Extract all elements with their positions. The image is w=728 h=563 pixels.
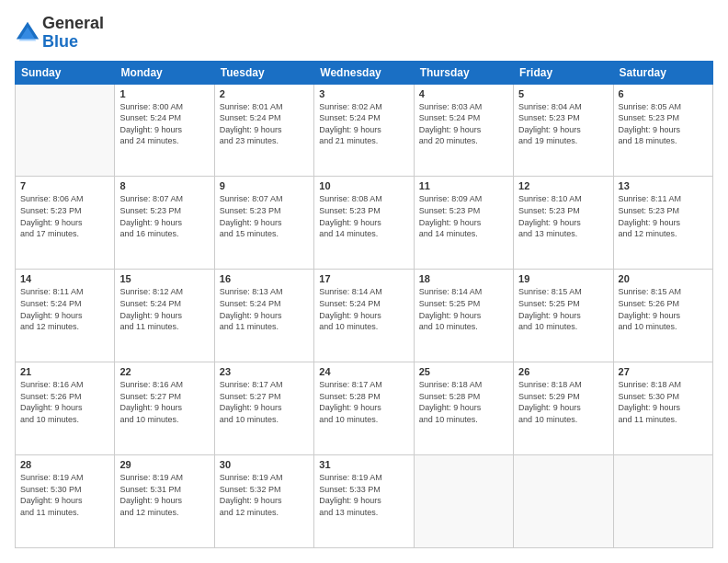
day-info: Sunrise: 8:04 AM Sunset: 5:23 PM Dayligh… <box>518 101 608 147</box>
day-cell: 8Sunrise: 8:07 AM Sunset: 5:23 PM Daylig… <box>115 177 214 270</box>
day-cell: 24Sunrise: 8:17 AM Sunset: 5:28 PM Dayli… <box>314 362 414 455</box>
weekday-header-row: SundayMondayTuesdayWednesdayThursdayFrid… <box>16 61 713 84</box>
day-number: 28 <box>20 459 109 470</box>
weekday-header-thursday: Thursday <box>414 61 513 84</box>
day-info: Sunrise: 8:17 AM Sunset: 5:28 PM Dayligh… <box>319 379 408 425</box>
day-info: Sunrise: 8:19 AM Sunset: 5:33 PM Dayligh… <box>319 472 408 518</box>
day-info: Sunrise: 8:15 AM Sunset: 5:26 PM Dayligh… <box>619 286 708 332</box>
day-info: Sunrise: 8:14 AM Sunset: 5:25 PM Dayligh… <box>419 286 508 332</box>
day-info: Sunrise: 8:13 AM Sunset: 5:24 PM Dayligh… <box>220 286 309 332</box>
day-cell: 2Sunrise: 8:01 AM Sunset: 5:24 PM Daylig… <box>214 84 313 177</box>
week-row-5: 28Sunrise: 8:19 AM Sunset: 5:30 PM Dayli… <box>16 455 713 548</box>
day-cell: 4Sunrise: 8:03 AM Sunset: 5:24 PM Daylig… <box>414 84 513 177</box>
day-number: 18 <box>419 273 508 284</box>
day-number: 11 <box>419 180 508 191</box>
day-number: 22 <box>119 366 209 377</box>
week-row-2: 7Sunrise: 8:06 AM Sunset: 5:23 PM Daylig… <box>16 177 713 270</box>
day-number: 29 <box>119 459 209 470</box>
logo-icon <box>15 20 40 46</box>
day-info: Sunrise: 8:06 AM Sunset: 5:23 PM Dayligh… <box>20 193 109 239</box>
logo: General Blue <box>15 15 104 52</box>
day-number: 6 <box>619 88 708 99</box>
day-number: 14 <box>20 273 109 284</box>
day-number: 4 <box>419 88 508 99</box>
day-number: 13 <box>619 180 708 191</box>
day-cell: 22Sunrise: 8:16 AM Sunset: 5:27 PM Dayli… <box>115 362 214 455</box>
day-cell: 19Sunrise: 8:15 AM Sunset: 5:25 PM Dayli… <box>514 270 613 362</box>
day-cell: 14Sunrise: 8:11 AM Sunset: 5:24 PM Dayli… <box>16 270 115 362</box>
day-cell: 21Sunrise: 8:16 AM Sunset: 5:26 PM Dayli… <box>16 362 115 455</box>
day-info: Sunrise: 8:14 AM Sunset: 5:24 PM Dayligh… <box>319 286 408 332</box>
day-number: 20 <box>619 273 708 284</box>
day-number: 15 <box>119 273 209 284</box>
day-cell: 7Sunrise: 8:06 AM Sunset: 5:23 PM Daylig… <box>16 177 115 270</box>
day-number: 27 <box>619 366 708 377</box>
day-info: Sunrise: 8:12 AM Sunset: 5:24 PM Dayligh… <box>119 286 209 332</box>
day-cell: 17Sunrise: 8:14 AM Sunset: 5:24 PM Dayli… <box>314 270 414 362</box>
day-cell <box>16 84 115 177</box>
weekday-header-friday: Friday <box>514 61 613 84</box>
day-cell <box>414 455 513 548</box>
weekday-header-monday: Monday <box>115 61 214 84</box>
day-cell: 3Sunrise: 8:02 AM Sunset: 5:24 PM Daylig… <box>314 84 414 177</box>
day-number: 3 <box>319 88 408 99</box>
day-cell: 23Sunrise: 8:17 AM Sunset: 5:27 PM Dayli… <box>214 362 313 455</box>
week-row-3: 14Sunrise: 8:11 AM Sunset: 5:24 PM Dayli… <box>16 270 713 362</box>
day-number: 12 <box>518 180 608 191</box>
day-number: 5 <box>518 88 608 99</box>
day-info: Sunrise: 8:00 AM Sunset: 5:24 PM Dayligh… <box>119 101 209 147</box>
day-info: Sunrise: 8:03 AM Sunset: 5:24 PM Dayligh… <box>419 101 508 147</box>
day-number: 10 <box>319 180 408 191</box>
day-info: Sunrise: 8:18 AM Sunset: 5:28 PM Dayligh… <box>419 379 508 425</box>
day-cell: 6Sunrise: 8:05 AM Sunset: 5:23 PM Daylig… <box>613 84 712 177</box>
day-info: Sunrise: 8:09 AM Sunset: 5:23 PM Dayligh… <box>419 193 508 239</box>
week-row-4: 21Sunrise: 8:16 AM Sunset: 5:26 PM Dayli… <box>16 362 713 455</box>
day-info: Sunrise: 8:05 AM Sunset: 5:23 PM Dayligh… <box>619 101 708 147</box>
week-row-1: 1Sunrise: 8:00 AM Sunset: 5:24 PM Daylig… <box>16 84 713 177</box>
day-cell: 20Sunrise: 8:15 AM Sunset: 5:26 PM Dayli… <box>613 270 712 362</box>
day-cell: 12Sunrise: 8:10 AM Sunset: 5:23 PM Dayli… <box>514 177 613 270</box>
day-number: 19 <box>518 273 608 284</box>
day-info: Sunrise: 8:18 AM Sunset: 5:30 PM Dayligh… <box>619 379 708 425</box>
day-info: Sunrise: 8:11 AM Sunset: 5:24 PM Dayligh… <box>20 286 109 332</box>
day-number: 21 <box>20 366 109 377</box>
day-cell: 25Sunrise: 8:18 AM Sunset: 5:28 PM Dayli… <box>414 362 513 455</box>
day-number: 2 <box>220 88 309 99</box>
weekday-header-sunday: Sunday <box>16 61 115 84</box>
day-cell: 28Sunrise: 8:19 AM Sunset: 5:30 PM Dayli… <box>16 455 115 548</box>
day-cell: 9Sunrise: 8:07 AM Sunset: 5:23 PM Daylig… <box>214 177 313 270</box>
day-info: Sunrise: 8:10 AM Sunset: 5:23 PM Dayligh… <box>518 193 608 239</box>
day-number: 31 <box>319 459 408 470</box>
day-info: Sunrise: 8:17 AM Sunset: 5:27 PM Dayligh… <box>220 379 309 425</box>
logo-text: General Blue <box>42 15 104 52</box>
day-info: Sunrise: 8:02 AM Sunset: 5:24 PM Dayligh… <box>319 101 408 147</box>
day-cell: 16Sunrise: 8:13 AM Sunset: 5:24 PM Dayli… <box>214 270 313 362</box>
page: General Blue SundayMondayTuesdayWednesda… <box>0 0 728 563</box>
day-number: 16 <box>220 273 309 284</box>
day-info: Sunrise: 8:01 AM Sunset: 5:24 PM Dayligh… <box>220 101 309 147</box>
day-cell: 18Sunrise: 8:14 AM Sunset: 5:25 PM Dayli… <box>414 270 513 362</box>
day-info: Sunrise: 8:19 AM Sunset: 5:32 PM Dayligh… <box>220 472 309 518</box>
day-info: Sunrise: 8:11 AM Sunset: 5:23 PM Dayligh… <box>619 193 708 239</box>
day-info: Sunrise: 8:16 AM Sunset: 5:27 PM Dayligh… <box>119 379 209 425</box>
weekday-header-saturday: Saturday <box>613 61 712 84</box>
day-number: 23 <box>220 366 309 377</box>
day-info: Sunrise: 8:19 AM Sunset: 5:30 PM Dayligh… <box>20 472 109 518</box>
day-cell <box>514 455 613 548</box>
day-number: 17 <box>319 273 408 284</box>
day-cell: 27Sunrise: 8:18 AM Sunset: 5:30 PM Dayli… <box>613 362 712 455</box>
day-cell: 31Sunrise: 8:19 AM Sunset: 5:33 PM Dayli… <box>314 455 414 548</box>
day-number: 8 <box>119 180 209 191</box>
day-number: 1 <box>119 88 209 99</box>
day-info: Sunrise: 8:15 AM Sunset: 5:25 PM Dayligh… <box>518 286 608 332</box>
header: General Blue <box>15 15 713 52</box>
day-number: 30 <box>220 459 309 470</box>
weekday-header-tuesday: Tuesday <box>214 61 313 84</box>
day-number: 26 <box>518 366 608 377</box>
day-cell: 1Sunrise: 8:00 AM Sunset: 5:24 PM Daylig… <box>115 84 214 177</box>
calendar-table: SundayMondayTuesdayWednesdayThursdayFrid… <box>15 61 713 548</box>
day-number: 25 <box>419 366 508 377</box>
day-cell: 10Sunrise: 8:08 AM Sunset: 5:23 PM Dayli… <box>314 177 414 270</box>
day-cell: 11Sunrise: 8:09 AM Sunset: 5:23 PM Dayli… <box>414 177 513 270</box>
day-cell: 29Sunrise: 8:19 AM Sunset: 5:31 PM Dayli… <box>115 455 214 548</box>
